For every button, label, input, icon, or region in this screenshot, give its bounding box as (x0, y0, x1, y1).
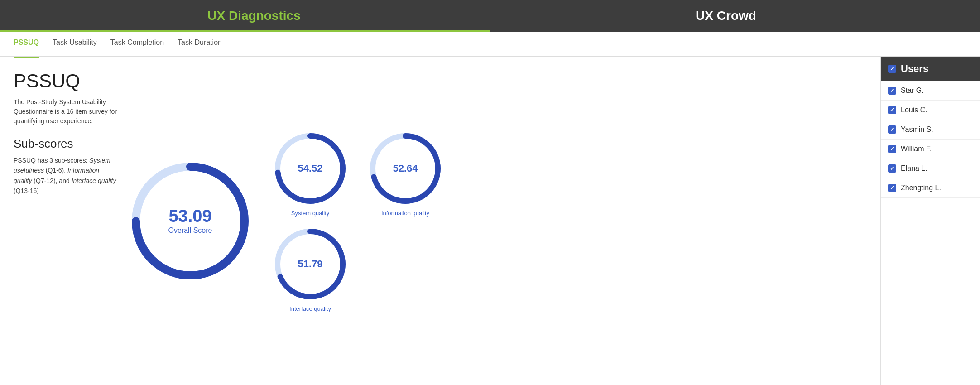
yasmin-s-checkbox[interactable] (888, 125, 896, 134)
elana-l-label: Elana L. (901, 164, 927, 173)
sidebar: Users Star G. Louis C. Yasmin S. William… (880, 57, 980, 385)
system-quality-score: 54.52 (298, 163, 322, 174)
header-left-title: UX Diagnostics (18, 9, 490, 23)
interface-quality-score: 51.79 (298, 258, 322, 270)
nav-bar: PSSUQ Task Usability Task Completion Tas… (0, 32, 980, 57)
information-quality-score: 52.64 (393, 163, 418, 174)
sidebar-item-william-f[interactable]: William F. (881, 140, 980, 159)
information-quality-label: Information quality (381, 210, 429, 217)
system-quality-label: System quality (291, 210, 330, 217)
sidebar-item-star-g[interactable]: Star G. (881, 81, 980, 101)
zhengting-l-label: Zhengting L. (901, 184, 941, 192)
sidebar-header: Users (881, 57, 980, 81)
charts-area: 53.09 Overall Score (127, 70, 867, 371)
louis-c-checkbox[interactable] (888, 106, 896, 114)
elana-l-checkbox[interactable] (888, 164, 896, 173)
sidebar-item-elana-l[interactable]: Elana L. (881, 159, 980, 178)
overall-score: 53.09 (168, 207, 212, 225)
william-f-checkbox[interactable] (888, 145, 896, 153)
louis-c-label: Louis C. (901, 106, 927, 114)
subscores-description: PSSUQ has 3 sub-scores: System usefulnes… (14, 155, 118, 196)
tab-task-completion[interactable]: Task Completion (110, 30, 164, 58)
sub-donuts: 54.52 System quality (272, 130, 444, 312)
star-g-label: Star G. (901, 87, 924, 95)
sidebar-header-label: Users (901, 63, 928, 75)
sub-donuts-bottom-row: 51.79 Interface quality (272, 226, 444, 312)
left-panel: PSSUQ The Post-Study System Usability Qu… (14, 70, 118, 371)
yasmin-s-label: Yasmin S. (901, 125, 933, 134)
star-g-checkbox[interactable] (888, 87, 896, 95)
main-donut: 53.09 Overall Score (127, 158, 254, 284)
interface-quality-donut: 51.79 Interface quality (272, 226, 349, 312)
sidebar-item-yasmin-s[interactable]: Yasmin S. (881, 120, 980, 140)
sidebar-item-zhengting-l[interactable]: Zhengting L. (881, 178, 980, 198)
header-right-title: UX Crowd (490, 9, 962, 23)
subscores-title: Sub-scores (14, 137, 118, 151)
sidebar-item-louis-c[interactable]: Louis C. (881, 101, 980, 120)
pssuq-description: The Post-Study System Usability Question… (14, 97, 118, 126)
william-f-label: William F. (901, 145, 932, 153)
information-quality-donut: 52.64 Information quality (367, 130, 444, 217)
interface-quality-label: Interface quality (289, 305, 331, 312)
content-area: PSSUQ The Post-Study System Usability Qu… (0, 57, 880, 385)
main-donut-label: 53.09 Overall Score (168, 207, 212, 235)
pssuq-title: PSSUQ (14, 70, 118, 92)
main-content: PSSUQ The Post-Study System Usability Qu… (0, 57, 980, 385)
overall-label: Overall Score (168, 226, 212, 235)
all-users-checkbox[interactable] (888, 65, 896, 73)
header-green-bar (0, 30, 490, 32)
header: UX Diagnostics UX Crowd (0, 0, 980, 32)
tab-task-usability[interactable]: Task Usability (53, 30, 97, 58)
zhengting-l-checkbox[interactable] (888, 184, 896, 192)
system-quality-donut: 54.52 System quality (272, 130, 349, 217)
sub-donuts-top-row: 54.52 System quality (272, 130, 444, 217)
tab-task-duration[interactable]: Task Duration (178, 30, 222, 58)
tab-pssuq[interactable]: PSSUQ (14, 30, 39, 58)
